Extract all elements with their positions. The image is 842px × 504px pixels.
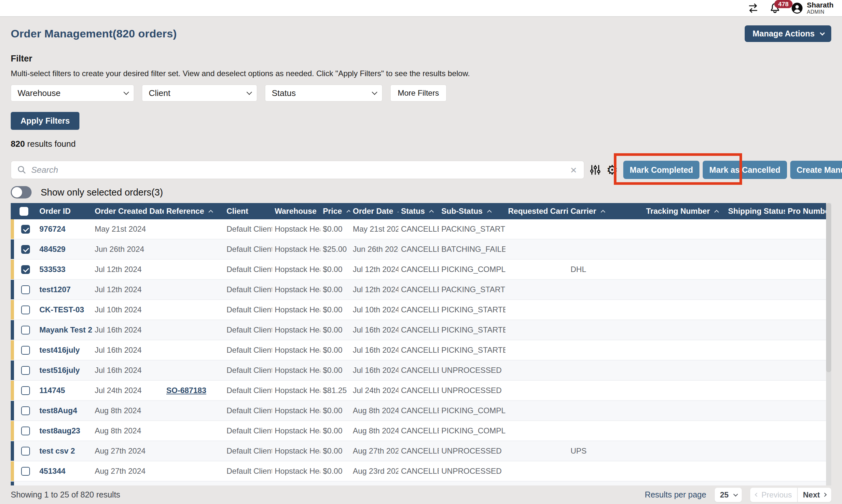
order-id-link[interactable]: test1207 [39,285,71,294]
column-header-sub-status[interactable]: Sub-Status [439,203,505,219]
requested-carrier-cell [505,300,568,320]
status-cell: CANCELLED [398,259,439,280]
sub-status-cell: UNPROCESSED [439,380,505,400]
order-id-link[interactable]: test416july [39,345,80,354]
column-header-client: Client [224,203,272,219]
column-header-order-date[interactable]: Order Date [350,203,398,219]
order-id-link[interactable]: CK-TEST-03 [39,305,84,314]
row-checkbox[interactable] [21,407,30,415]
row-color-stripe [11,360,14,380]
column-header-status[interactable]: Status [398,203,439,219]
client-cell: Default Client [224,340,272,360]
client-cell: Default Client [224,360,272,380]
sort-caret-icon [487,210,491,214]
order-id-link[interactable]: test8aug23 [39,426,80,435]
apply-filters-button[interactable]: Apply Filters [11,112,79,130]
order-id-link[interactable]: 533533 [39,265,66,274]
vertical-scrollbar[interactable] [826,203,831,504]
row-checkbox[interactable] [21,386,30,395]
column-header-carrier[interactable]: Carrier [568,203,643,219]
order-id-link[interactable]: Mayank Test 21 [39,325,92,334]
chevron-down-icon [246,89,252,95]
order-id-link[interactable]: test516july [39,366,80,375]
show-selected-toggle[interactable] [11,186,32,198]
chevron-right-icon [823,492,827,497]
row-checkbox[interactable] [21,306,30,314]
shipping-status-cell [725,239,785,259]
gear-icon[interactable]: ⚙ [606,163,618,176]
row-checkbox[interactable] [21,225,30,234]
column-header-shipping-status[interactable]: Shipping Status [725,203,785,219]
column-header-reference[interactable]: Reference [164,203,224,219]
client-filter-select[interactable]: Client [142,85,257,102]
swap-arrows-icon[interactable] [747,3,759,14]
row-checkbox[interactable] [21,366,30,375]
user-name: Sharath [807,1,834,9]
notifications-bell-icon[interactable]: 478 [769,2,781,14]
column-label: Sub-Status [441,206,483,215]
order-id-link[interactable]: 976724 [39,224,66,233]
warehouse-filter-select[interactable]: Warehouse [11,85,134,102]
search-input[interactable] [31,165,565,175]
row-checkbox[interactable] [21,467,30,476]
warehouse-cell: Hopstack Head [272,421,320,441]
row-checkbox[interactable] [21,326,30,335]
order-id-link[interactable]: 484529 [39,245,66,253]
showing-results-text: Showing 1 to 25 of 820 results [11,490,120,500]
row-checkbox[interactable] [21,245,30,254]
table-row: test1207 Jul 12th 2024 Default Client Ho… [11,280,831,300]
sub-status-cell: BATCHING_FAILED [439,239,505,259]
mark-completed-button[interactable]: Mark Completed [623,161,699,179]
sort-caret-icon [714,210,719,214]
shipping-status-cell [725,320,785,340]
row-checkbox-cell [14,421,37,441]
order-date-cell: Jul 12th 2024 [350,259,398,280]
next-page-button[interactable]: Next [798,488,831,502]
user-menu[interactable]: Sharath ADMIN [791,1,834,15]
manage-actions-button[interactable]: Manage Actions [745,25,831,42]
mark-as-cancelled-button[interactable]: Mark as Cancelled [703,161,787,179]
scrollbar-thumb[interactable] [826,203,831,372]
shipping-status-cell [725,380,785,400]
client-cell: Default Client [224,219,272,239]
row-checkbox[interactable] [21,447,30,455]
select-all-checkbox[interactable] [19,207,28,216]
column-header-price[interactable]: Price [320,203,350,219]
next-label: Next [803,490,820,500]
chevron-down-icon [372,89,377,95]
carrier-cell [568,380,643,400]
column-header-order-created-date[interactable]: Order Created Date [92,203,164,219]
order-id-link[interactable]: test csv 2 [39,446,75,455]
avatar-icon [791,2,804,15]
toggle-knob [12,187,22,198]
more-filters-button[interactable]: More Filters [390,85,447,102]
order-id-link[interactable]: test8Aug4 [39,406,77,415]
requested-carrier-cell [505,461,568,481]
row-checkbox-cell [14,400,37,421]
warehouse-cell: Hopstack Head [272,259,320,280]
create-manual-batch-button[interactable]: Create Manual Batch [790,161,842,179]
chevron-down-icon [123,89,129,95]
filter-sliders-icon[interactable] [589,163,601,176]
row-checkbox[interactable] [21,285,30,294]
column-header-tracking-number[interactable]: Tracking Number [643,203,725,219]
manage-actions-label: Manage Actions [752,29,815,38]
order-id-link[interactable]: 114745 [39,386,65,395]
order-date-cell: Jul 16th 2024 [350,320,398,340]
reference-cell[interactable]: SO-687183 [166,386,207,395]
order-created-date-cell: Aug 27th 2024 [92,441,164,461]
status-cell: CANCELLED [398,239,439,259]
row-checkbox[interactable] [21,265,30,274]
row-checkbox[interactable] [21,346,30,355]
status-cell: CANCELLED [398,300,439,320]
pagination-footer: Showing 1 to 25 of 820 results Results p… [0,485,842,504]
column-header-pro-number[interactable]: Pro Number [785,203,831,219]
page-size-select[interactable]: 25 [715,488,742,502]
order-id-link[interactable]: 451344 [39,467,66,475]
status-filter-select[interactable]: Status [265,85,382,102]
previous-page-button[interactable]: Previous [750,488,798,502]
client-cell: Default Client [224,239,272,259]
row-color-stripe [11,441,14,461]
row-checkbox[interactable] [21,427,30,435]
clear-search-icon[interactable]: × [569,164,578,175]
